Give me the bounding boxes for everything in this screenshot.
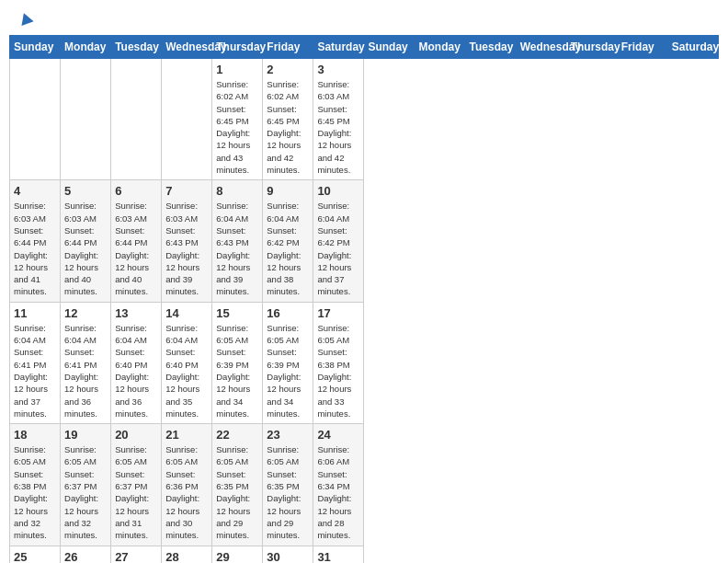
day-number: 1 bbox=[216, 63, 258, 76]
calendar-cell bbox=[111, 59, 162, 180]
logo bbox=[17, 13, 32, 24]
day-info: Sunrise: 6:04 AM Sunset: 6:42 PM Dayligh… bbox=[317, 200, 359, 297]
calendar-week-1: 4Sunrise: 6:03 AM Sunset: 6:44 PM Daylig… bbox=[10, 180, 719, 302]
calendar-cell: 27Sunrise: 6:06 AM Sunset: 6:32 PM Dayli… bbox=[111, 546, 162, 563]
header-thursday: Thursday bbox=[212, 36, 263, 59]
day-number: 2 bbox=[267, 63, 309, 76]
calendar-cell: 8Sunrise: 6:04 AM Sunset: 6:43 PM Daylig… bbox=[212, 180, 263, 302]
calendar-cell: 12Sunrise: 6:04 AM Sunset: 6:41 PM Dayli… bbox=[61, 302, 111, 423]
day-number: 16 bbox=[267, 306, 309, 320]
header-monday: Monday bbox=[61, 36, 111, 59]
calendar-week-3: 18Sunrise: 6:05 AM Sunset: 6:38 PM Dayli… bbox=[10, 424, 719, 546]
day-number: 18 bbox=[14, 428, 56, 442]
day-number: 31 bbox=[317, 550, 359, 564]
calendar-cell: 11Sunrise: 6:04 AM Sunset: 6:41 PM Dayli… bbox=[10, 302, 61, 423]
day-number: 13 bbox=[115, 306, 157, 320]
calendar-cell: 19Sunrise: 6:05 AM Sunset: 6:37 PM Dayli… bbox=[61, 424, 111, 546]
day-number: 17 bbox=[317, 306, 359, 320]
day-info: Sunrise: 6:05 AM Sunset: 6:35 PM Dayligh… bbox=[267, 443, 309, 541]
header-tuesday: Tuesday bbox=[111, 36, 162, 59]
day-number: 27 bbox=[115, 550, 157, 564]
day-number: 7 bbox=[165, 184, 208, 198]
day-info: Sunrise: 6:02 AM Sunset: 6:45 PM Dayligh… bbox=[216, 78, 258, 176]
day-number: 22 bbox=[216, 428, 258, 442]
calendar-cell: 6Sunrise: 6:03 AM Sunset: 6:44 PM Daylig… bbox=[111, 180, 162, 302]
day-number: 10 bbox=[317, 184, 359, 198]
calendar-cell: 13Sunrise: 6:04 AM Sunset: 6:40 PM Dayli… bbox=[111, 302, 162, 423]
day-number: 14 bbox=[165, 306, 208, 320]
day-info: Sunrise: 6:05 AM Sunset: 6:38 PM Dayligh… bbox=[317, 322, 359, 419]
header-friday: Friday bbox=[263, 36, 313, 59]
header-saturday: Saturday bbox=[313, 36, 364, 59]
day-number: 9 bbox=[267, 184, 309, 198]
calendar-cell: 22Sunrise: 6:05 AM Sunset: 6:35 PM Dayli… bbox=[212, 424, 263, 546]
calendar-cell: 29Sunrise: 6:06 AM Sunset: 6:31 PM Dayli… bbox=[212, 546, 263, 563]
day-number: 29 bbox=[216, 550, 258, 564]
col-header-monday: Monday bbox=[415, 36, 465, 59]
calendar-cell: 25Sunrise: 6:06 AM Sunset: 6:34 PM Dayli… bbox=[10, 546, 61, 563]
calendar-week-4: 25Sunrise: 6:06 AM Sunset: 6:34 PM Dayli… bbox=[10, 546, 719, 563]
col-header-friday: Friday bbox=[617, 36, 667, 59]
calendar-cell: 21Sunrise: 6:05 AM Sunset: 6:36 PM Dayli… bbox=[162, 424, 212, 546]
calendar-cell: 26Sunrise: 6:06 AM Sunset: 6:33 PM Dayli… bbox=[61, 546, 111, 563]
day-number: 23 bbox=[267, 428, 309, 442]
calendar-cell: 5Sunrise: 6:03 AM Sunset: 6:44 PM Daylig… bbox=[61, 180, 111, 302]
calendar-week-0: 1Sunrise: 6:02 AM Sunset: 6:45 PM Daylig… bbox=[10, 59, 719, 180]
day-info: Sunrise: 6:05 AM Sunset: 6:36 PM Dayligh… bbox=[165, 443, 208, 541]
day-info: Sunrise: 6:03 AM Sunset: 6:44 PM Dayligh… bbox=[14, 200, 56, 297]
calendar-cell bbox=[61, 59, 111, 180]
calendar-cell: 30Sunrise: 6:06 AM Sunset: 6:30 PM Dayli… bbox=[263, 546, 313, 563]
calendar-cell: 28Sunrise: 6:06 AM Sunset: 6:32 PM Dayli… bbox=[162, 546, 212, 563]
col-header-sunday: Sunday bbox=[364, 36, 415, 59]
calendar-cell: 23Sunrise: 6:05 AM Sunset: 6:35 PM Dayli… bbox=[263, 424, 313, 546]
col-header-tuesday: Tuesday bbox=[465, 36, 516, 59]
calendar-cell: 20Sunrise: 6:05 AM Sunset: 6:37 PM Dayli… bbox=[111, 424, 162, 546]
day-info: Sunrise: 6:04 AM Sunset: 6:40 PM Dayligh… bbox=[165, 322, 208, 419]
day-number: 6 bbox=[115, 184, 157, 198]
day-info: Sunrise: 6:05 AM Sunset: 6:37 PM Dayligh… bbox=[115, 443, 157, 541]
calendar-cell: 14Sunrise: 6:04 AM Sunset: 6:40 PM Dayli… bbox=[162, 302, 212, 423]
calendar-cell: 17Sunrise: 6:05 AM Sunset: 6:38 PM Dayli… bbox=[313, 302, 364, 423]
day-info: Sunrise: 6:04 AM Sunset: 6:41 PM Dayligh… bbox=[64, 322, 107, 419]
calendar-cell: 16Sunrise: 6:05 AM Sunset: 6:39 PM Dayli… bbox=[263, 302, 313, 423]
day-info: Sunrise: 6:03 AM Sunset: 6:43 PM Dayligh… bbox=[165, 200, 208, 297]
day-number: 28 bbox=[165, 550, 208, 564]
day-number: 20 bbox=[115, 428, 157, 442]
page-header bbox=[9, 9, 719, 28]
day-number: 12 bbox=[64, 306, 107, 320]
day-number: 15 bbox=[216, 306, 258, 320]
header-sunday: Sunday bbox=[10, 36, 61, 59]
day-info: Sunrise: 6:05 AM Sunset: 6:38 PM Dayligh… bbox=[14, 443, 56, 541]
calendar-cell: 3Sunrise: 6:03 AM Sunset: 6:45 PM Daylig… bbox=[313, 59, 364, 180]
day-number: 26 bbox=[64, 550, 107, 564]
day-number: 8 bbox=[216, 184, 258, 198]
day-info: Sunrise: 6:03 AM Sunset: 6:44 PM Dayligh… bbox=[64, 200, 107, 297]
calendar-header-row: SundayMondayTuesdayWednesdayThursdayFrid… bbox=[10, 36, 719, 59]
calendar-cell: 18Sunrise: 6:05 AM Sunset: 6:38 PM Dayli… bbox=[10, 424, 61, 546]
header-wednesday: Wednesday bbox=[162, 36, 212, 59]
col-header-saturday: Saturday bbox=[667, 36, 718, 59]
calendar-cell: 2Sunrise: 6:02 AM Sunset: 6:45 PM Daylig… bbox=[263, 59, 313, 180]
calendar-cell: 4Sunrise: 6:03 AM Sunset: 6:44 PM Daylig… bbox=[10, 180, 61, 302]
day-number: 24 bbox=[317, 428, 359, 442]
col-header-thursday: Thursday bbox=[566, 36, 617, 59]
day-info: Sunrise: 6:04 AM Sunset: 6:41 PM Dayligh… bbox=[14, 322, 56, 419]
calendar-table: SundayMondayTuesdayWednesdayThursdayFrid… bbox=[9, 35, 719, 563]
day-number: 30 bbox=[267, 550, 309, 564]
calendar-cell: 10Sunrise: 6:04 AM Sunset: 6:42 PM Dayli… bbox=[313, 180, 364, 302]
day-info: Sunrise: 6:03 AM Sunset: 6:45 PM Dayligh… bbox=[317, 78, 359, 176]
calendar-cell: 24Sunrise: 6:06 AM Sunset: 6:34 PM Dayli… bbox=[313, 424, 364, 546]
day-number: 19 bbox=[64, 428, 107, 442]
day-info: Sunrise: 6:05 AM Sunset: 6:39 PM Dayligh… bbox=[267, 322, 309, 419]
day-info: Sunrise: 6:05 AM Sunset: 6:39 PM Dayligh… bbox=[216, 322, 258, 419]
day-number: 4 bbox=[14, 184, 56, 198]
day-number: 21 bbox=[165, 428, 208, 442]
day-number: 11 bbox=[14, 306, 56, 320]
col-header-wednesday: Wednesday bbox=[516, 36, 566, 59]
day-info: Sunrise: 6:04 AM Sunset: 6:40 PM Dayligh… bbox=[115, 322, 157, 419]
day-info: Sunrise: 6:05 AM Sunset: 6:35 PM Dayligh… bbox=[216, 443, 258, 541]
day-number: 25 bbox=[14, 550, 56, 564]
day-number: 5 bbox=[64, 184, 107, 198]
day-info: Sunrise: 6:03 AM Sunset: 6:44 PM Dayligh… bbox=[115, 200, 157, 297]
calendar-cell: 7Sunrise: 6:03 AM Sunset: 6:43 PM Daylig… bbox=[162, 180, 212, 302]
